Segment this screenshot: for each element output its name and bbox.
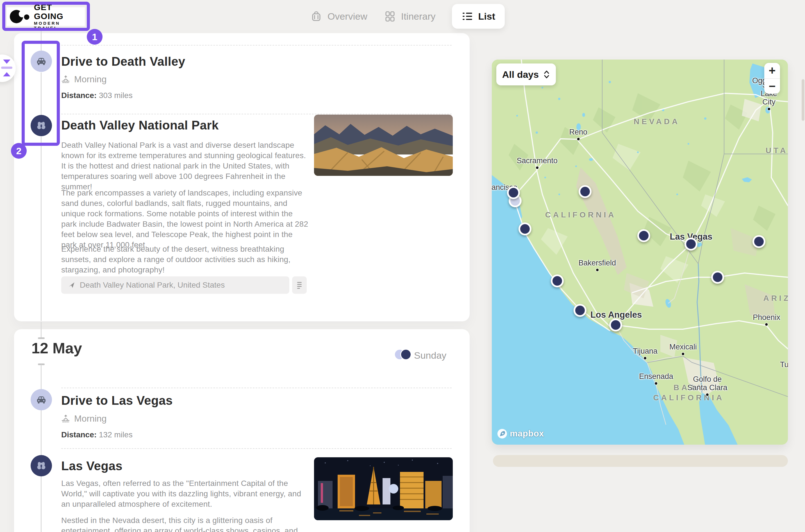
collapse-all-button[interactable] (0, 55, 16, 82)
map-state-label: CALIFORNIA (545, 210, 616, 220)
timeline-line (41, 411, 42, 455)
map-city-dot (706, 393, 709, 396)
timeline-line (41, 365, 42, 389)
location-text: Death Valley National Park, United State… (80, 281, 225, 290)
map-city-label: Tucson (780, 360, 788, 369)
briefcase-icon (310, 10, 323, 23)
map-city-label: Tijuana (633, 347, 657, 359)
weekday-label: Sunday (414, 350, 446, 361)
tab-label: List (478, 11, 495, 22)
navigation-arrow-icon (68, 282, 75, 289)
map-marker[interactable] (685, 238, 697, 250)
timeline-cap (38, 337, 45, 339)
map-city-label: Reno (569, 128, 587, 140)
map-city-dot (596, 268, 598, 271)
drive-step-icon (31, 389, 52, 411)
sunrise-icon (61, 414, 70, 423)
map-city-name: Golfo de Santa Clara (687, 375, 727, 392)
mapbox-wordmark: mapbox (510, 429, 544, 439)
location-field[interactable]: Death Valley National Park, United State… (61, 277, 289, 294)
map-marker[interactable] (637, 229, 650, 242)
map-city-dot (644, 357, 646, 359)
sunrise-icon (61, 75, 70, 84)
map-city-name: Mexicali (669, 342, 697, 351)
timeline-line (41, 73, 42, 115)
map-city-label: Ensenada (639, 372, 673, 385)
map-marker[interactable] (752, 235, 765, 248)
map-marker[interactable] (507, 186, 520, 199)
binoculars-icon (36, 460, 47, 471)
map-city-name: Sacramento (517, 156, 558, 165)
chevron-up-down-icon (543, 70, 550, 79)
collapse-icon (1, 59, 14, 77)
map-city-name: Phoenix (753, 313, 780, 322)
entry-paragraph: The park encompasses a variety of landsc… (61, 188, 309, 250)
entry-paragraph: Nestled in the Nevada desert, this city … (61, 515, 309, 532)
car-icon (35, 55, 47, 67)
map-city-label: Los Angeles (590, 311, 642, 319)
timeline-line (41, 137, 42, 321)
entry-title: Las Vegas (61, 459, 122, 473)
map-city-label: Sacramento (517, 156, 558, 169)
day-night-toggle[interactable] (395, 350, 411, 359)
timeline-line (41, 322, 42, 338)
night-circle (401, 350, 411, 359)
drive-step-icon (31, 51, 52, 72)
tab-overview[interactable]: Overview (310, 10, 367, 23)
horizontal-scrollbar[interactable] (493, 455, 788, 467)
map-city-name: Los Angeles (590, 311, 642, 319)
zoom-out-button[interactable]: − (764, 79, 780, 94)
notes-icon (296, 282, 303, 289)
timeline-line (41, 476, 42, 532)
distance-label: Distance: (61, 91, 97, 100)
map-city-label: Bakersfield (578, 259, 616, 271)
separator (61, 45, 452, 45)
map-city-name: Ensenada (639, 372, 673, 381)
las-vegas-photo (314, 457, 453, 520)
annotation-badge-2: 2 (11, 143, 27, 159)
map-city-name: Bakersfield (578, 259, 616, 267)
distance-value: 303 miles (99, 91, 133, 100)
notes-button[interactable] (292, 277, 307, 294)
map-city-dot (765, 323, 768, 326)
separator (61, 114, 452, 114)
map-marker[interactable] (518, 223, 532, 235)
app-logo[interactable]: GET GOING MODERN TRAVEL (7, 7, 85, 26)
sight-step-icon (31, 115, 52, 136)
separator (61, 448, 452, 449)
distance-value: 132 miles (99, 430, 133, 439)
itinerary-card-day-prev: Drive to Death Valley Morning Distance:3… (14, 33, 469, 321)
sight-step-icon (31, 455, 52, 476)
day-filter-value: All days (502, 69, 539, 80)
tab-label: Overview (327, 11, 367, 22)
view-switcher: Overview Itinerary List (310, 3, 505, 29)
separator (61, 387, 452, 388)
car-icon (35, 394, 47, 405)
day-filter-dropdown[interactable]: All days (496, 63, 556, 86)
logo-mark-icon (9, 8, 30, 25)
tab-list[interactable]: List (452, 4, 505, 28)
zoom-in-button[interactable]: + (764, 63, 780, 78)
death-valley-photo (314, 115, 453, 176)
entry-title: Drive to Death Valley (61, 55, 185, 69)
trip-map[interactable]: NEVADAUTAHCALIFORNIAARIZONABAJA CALIFORN… (492, 60, 788, 445)
distance-label: Distance: (61, 430, 97, 439)
day-date: 12 May (32, 339, 82, 357)
mapbox-attribution[interactable]: mapbox (497, 429, 544, 439)
map-marker[interactable] (579, 185, 592, 198)
page-scrollbar-thumb[interactable] (802, 79, 804, 121)
itinerary-card-day: 12 May Sunday Drive to Las Vegas Morning… (14, 329, 469, 532)
map-marker[interactable] (551, 274, 564, 287)
time-of-day: Morning (74, 414, 107, 424)
map-state-label: ARIZONA (763, 293, 788, 303)
entry-title: Drive to Las Vegas (61, 394, 173, 407)
map-city-dot (682, 353, 684, 355)
logo-subtitle: MODERN TRAVEL (34, 21, 82, 30)
map-marker[interactable] (711, 271, 724, 284)
map-city-name: Tijuana (633, 347, 657, 355)
map-marker[interactable] (609, 319, 622, 331)
tab-itinerary[interactable]: Itinerary (384, 10, 436, 23)
grid-icon (384, 10, 396, 23)
map-marker[interactable] (574, 304, 587, 317)
map-zoom-control: + − (764, 63, 780, 94)
